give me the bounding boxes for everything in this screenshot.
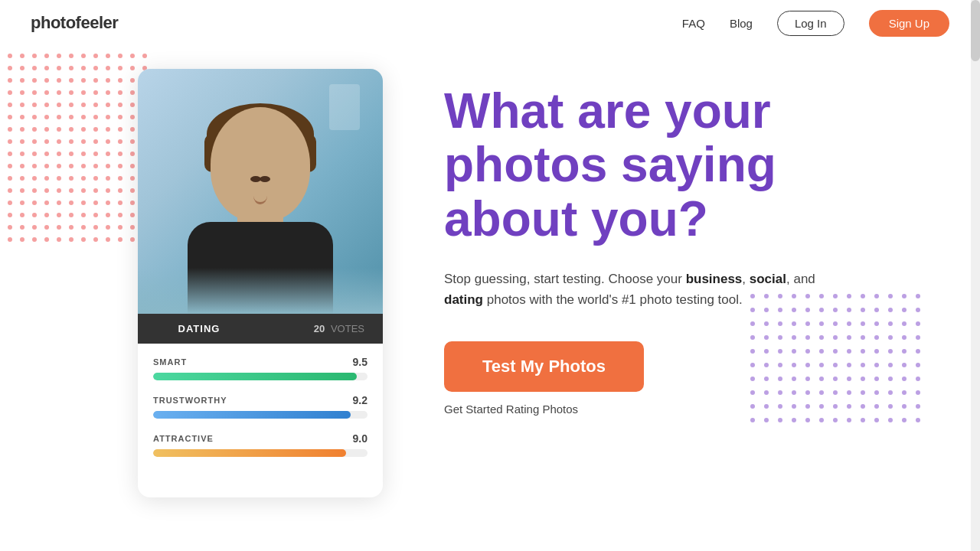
dot-purple: [792, 321, 796, 326]
dot-purple: [874, 349, 879, 354]
main-content: DATING 20 VOTES SMART 9.5 TRUSTWO: [0, 46, 980, 497]
dot-purple: [861, 418, 865, 422]
dot-purple: [916, 321, 920, 326]
dot-purple: [902, 377, 906, 381]
rating-bar-bg-trustworthy: [153, 411, 368, 419]
dot-purple: [750, 335, 755, 340]
dot-purple: [847, 363, 851, 367]
dot-purple: [874, 363, 879, 367]
dot-purple: [764, 294, 769, 298]
dot-purple: [847, 294, 851, 298]
person-head: [211, 107, 310, 222]
dot-purple: [819, 363, 824, 367]
dot-purple: [805, 377, 810, 381]
dot-purple: [833, 308, 838, 312]
rating-score-trustworthy: 9.2: [353, 394, 368, 406]
eye-right: [260, 176, 270, 182]
dot-purple: [861, 390, 865, 395]
dot-purple: [792, 418, 796, 422]
dot-purple: [764, 349, 769, 354]
dot-purple: [833, 404, 838, 409]
dot-purple: [847, 418, 851, 422]
dot-purple: [888, 390, 893, 395]
blog-link[interactable]: Blog: [730, 17, 753, 30]
dot-purple: [819, 418, 824, 422]
dot-purple: [819, 349, 824, 354]
dot-purple: [902, 335, 906, 340]
dot-purple: [847, 308, 851, 312]
get-started-link[interactable]: Get Started Rating Photos: [444, 403, 578, 416]
dot-purple: [778, 377, 782, 381]
dot-purple: [847, 321, 851, 326]
dot-purple: [750, 294, 755, 298]
dot-purple: [792, 308, 796, 312]
dot-purple: [916, 404, 920, 409]
dot-purple: [874, 335, 879, 340]
tab-votes: 20 VOTES: [260, 314, 383, 344]
dot-purple: [902, 404, 906, 409]
dot-purple: [847, 377, 851, 381]
dot-purple: [861, 363, 865, 367]
dot-purple: [792, 335, 796, 340]
dot-purple: [805, 363, 810, 367]
dot-purple: [792, 390, 796, 395]
card-ratings: SMART 9.5 TRUSTWORTHY 9.2: [138, 344, 383, 483]
dot-purple: [805, 418, 810, 422]
dot-purple: [902, 418, 906, 422]
dot-purple: [861, 349, 865, 354]
dot-purple: [888, 335, 893, 340]
dot-purple: [874, 418, 879, 422]
subtitle-text-2: ,: [742, 272, 749, 286]
dot-purple: [792, 349, 796, 354]
dot-purple: [778, 321, 782, 326]
dot-purple: [792, 294, 796, 298]
navbar: photofeeler FAQ Blog Log In Sign Up: [0, 0, 980, 46]
rating-bar-bg-smart: [153, 373, 368, 380]
dot-purple: [764, 418, 769, 422]
dot-purple: [764, 321, 769, 326]
dot-purple: [916, 308, 920, 312]
dot-purple: [916, 377, 920, 381]
dot-purple: [833, 363, 838, 367]
signup-button[interactable]: Sign Up: [869, 10, 949, 37]
person-nose: [253, 187, 267, 204]
dot-purple: [805, 349, 810, 354]
dot-purple: [764, 308, 769, 312]
tab-dating[interactable]: DATING: [138, 314, 260, 344]
dot-purple: [819, 321, 824, 326]
dot-purple: [819, 390, 824, 395]
dot-purple: [847, 390, 851, 395]
card-tabs: DATING 20 VOTES: [138, 314, 383, 344]
dot-purple: [861, 404, 865, 409]
dot-purple: [833, 390, 838, 395]
dot-purple: [874, 390, 879, 395]
rating-score-smart: 9.5: [353, 356, 368, 368]
dot-purple: [792, 404, 796, 409]
dot-purple: [805, 308, 810, 312]
dot-purple: [819, 404, 824, 409]
dot-purple: [902, 363, 906, 367]
dot-purple: [902, 321, 906, 326]
dot-purple: [902, 294, 906, 298]
dot-purple: [750, 363, 755, 367]
test-my-photos-button[interactable]: Test My Photos: [444, 341, 644, 392]
rating-label-trustworthy: TRUSTWORTHY: [153, 396, 227, 405]
subtitle-text-3: , and: [786, 272, 815, 286]
dot-purple: [847, 349, 851, 354]
dot-purple: [750, 404, 755, 409]
dot-purple: [805, 390, 810, 395]
dot-purple: [819, 335, 824, 340]
dot-purple: [916, 335, 920, 340]
dot-purple: [916, 390, 920, 395]
photo-card: DATING 20 VOTES SMART 9.5 TRUSTWO: [138, 69, 383, 497]
dot-purple: [764, 404, 769, 409]
dot-purple: [833, 294, 838, 298]
dot-purple: [861, 294, 865, 298]
dot-purple: [778, 390, 782, 395]
dot-purple: [792, 377, 796, 381]
dot-purple: [847, 404, 851, 409]
dot-purple: [750, 321, 755, 326]
login-button[interactable]: Log In: [777, 11, 844, 36]
faq-link[interactable]: FAQ: [682, 17, 705, 30]
dot-purple: [778, 404, 782, 409]
